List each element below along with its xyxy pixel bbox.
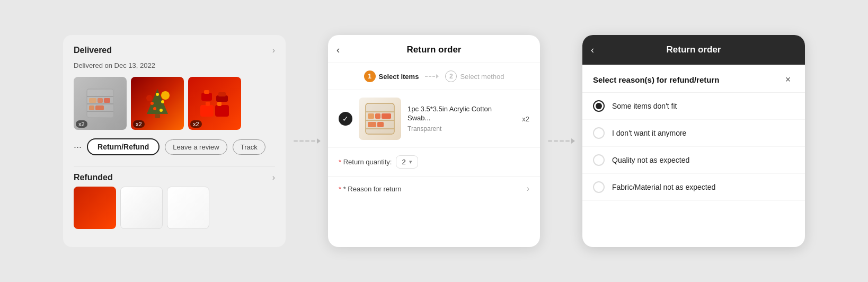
delivered-section-header: Delivered › xyxy=(74,46,275,55)
return-quantity-row: * Return quantity: 2 ▾ xyxy=(328,148,540,177)
reason-select-header: Select reason(s) for refund/return × xyxy=(582,65,805,93)
refunded-image-3 xyxy=(167,187,209,229)
radio-dot xyxy=(596,103,602,109)
svg-rect-5 xyxy=(98,98,103,103)
item-thumbnail xyxy=(359,98,401,140)
return-refund-button[interactable]: Return/Refund xyxy=(87,138,160,155)
svg-rect-25 xyxy=(206,102,210,106)
section-divider xyxy=(74,166,275,166)
svg-point-17 xyxy=(146,95,153,101)
asterisk-icon: * xyxy=(339,158,341,166)
product-1-qty-badge: x2 xyxy=(76,120,87,128)
svg-rect-22 xyxy=(200,105,214,117)
reason-for-return-row[interactable]: * * Reason for return › xyxy=(328,177,540,201)
step-connector-arrow xyxy=(436,74,439,78)
check-icon: ✓ xyxy=(342,114,349,123)
select-reason-panel: ‹ Return order Select reason(s) for refu… xyxy=(582,35,805,247)
product-3-qty-badge: x2 xyxy=(190,120,202,128)
reason-panel-back-button[interactable]: ‹ xyxy=(591,45,594,56)
arrow-1 xyxy=(286,138,328,144)
return-modal-back-button[interactable]: ‹ xyxy=(336,45,340,56)
step-2-circle: 2 xyxy=(445,70,457,82)
radio-unselected-icon-2 xyxy=(593,127,605,139)
radio-selected-icon xyxy=(593,100,605,112)
return-order-modal: ‹ Return order 1 Select items 2 Select m xyxy=(328,35,540,247)
reason-option-3[interactable]: Quality not as expected xyxy=(582,147,805,174)
product-image-1: x2 xyxy=(74,77,127,130)
item-quantity: x2 xyxy=(522,115,529,123)
product-image-2: x2 xyxy=(131,77,184,130)
svg-rect-8 xyxy=(95,105,104,110)
product-images-row: x2 xyxy=(74,77,275,130)
svg-rect-33 xyxy=(368,122,376,127)
reason-text: * Reason for return xyxy=(343,185,402,193)
order-list-panel: Delivered › Delivered on Dec 13, 2022 xyxy=(63,35,286,247)
item-thumb-svg xyxy=(361,100,398,137)
reason-panel-header: ‹ Return order xyxy=(582,35,805,65)
product-visual-2 xyxy=(139,85,176,122)
track-button[interactable]: Track xyxy=(233,139,265,155)
reason-text-1: Some items don't fit xyxy=(612,102,677,110)
item-info: 1pc 3.5*3.5in Acrylic Cotton Swab... Tra… xyxy=(408,105,516,133)
return-qty-text: Return quantity: xyxy=(343,158,392,166)
refunded-chevron-icon[interactable]: › xyxy=(272,173,275,182)
reason-text-3: Quality not as expected xyxy=(612,156,689,164)
step-connector xyxy=(425,74,439,78)
arrow-head-1 xyxy=(317,138,321,144)
svg-rect-6 xyxy=(104,98,110,103)
order-item-row: ✓ 1pc 3.5*3.5in Acrylic Cotton Swab... xyxy=(328,90,540,148)
svg-rect-31 xyxy=(375,113,380,119)
refunded-section: Refunded › xyxy=(74,173,275,229)
radio-unselected-icon-4 xyxy=(593,181,605,193)
reason-option-4[interactable]: Fabric/Material not as expected xyxy=(582,174,805,201)
product-visual-3 xyxy=(196,85,233,122)
reason-panel-title: Return order xyxy=(667,45,721,55)
step-1-label: Select items xyxy=(379,73,419,81)
step-1-circle: 1 xyxy=(364,70,376,82)
reason-text-2: I don't want it anymore xyxy=(612,129,686,137)
step-1: 1 Select items xyxy=(364,70,419,82)
delivered-date: Delivered on Dec 13, 2022 xyxy=(74,61,275,69)
item-name: 1pc 3.5*3.5in Acrylic Cotton Swab... xyxy=(408,105,516,123)
return-qty-label: * Return quantity: xyxy=(339,158,392,166)
svg-rect-7 xyxy=(89,105,94,110)
reason-option-1[interactable]: Some items don't fit xyxy=(582,93,805,120)
product-image-3: x2 xyxy=(188,77,241,130)
close-button[interactable]: × xyxy=(782,73,794,86)
action-buttons-row: ··· Return/Refund Leave a review Track xyxy=(74,138,275,155)
return-modal-header: ‹ Return order xyxy=(328,35,540,63)
svg-point-10 xyxy=(156,93,159,96)
quantity-selector[interactable]: 2 ▾ xyxy=(396,155,418,169)
item-check-circle: ✓ xyxy=(339,112,352,126)
svg-point-12 xyxy=(161,100,164,103)
reason-text-4: Fabric/Material not as expected xyxy=(612,183,715,191)
arrow-2 xyxy=(540,138,582,144)
leave-review-button[interactable]: Leave a review xyxy=(165,139,227,155)
reason-chevron-icon: › xyxy=(527,184,529,193)
svg-rect-24 xyxy=(217,102,222,106)
product-2-qty-badge: x2 xyxy=(133,120,145,128)
refunded-image-2 xyxy=(120,187,163,229)
svg-rect-30 xyxy=(368,113,374,119)
qty-dropdown-icon: ▾ xyxy=(409,158,412,165)
reason-option-2[interactable]: I don't want it anymore xyxy=(582,120,805,147)
steps-progress-bar: 1 Select items 2 Select method xyxy=(328,63,540,90)
return-modal-title: Return order xyxy=(407,45,462,55)
qty-value: 2 xyxy=(402,158,405,166)
svg-point-16 xyxy=(161,91,170,100)
radio-unselected-icon-3 xyxy=(593,154,605,166)
arrow-head-2 xyxy=(571,138,575,144)
refunded-image-1 xyxy=(74,187,116,229)
reason-label: * * Reason for return xyxy=(339,185,402,193)
dashed-arrow-1 xyxy=(294,138,321,144)
delivered-title: Delivered xyxy=(74,46,112,55)
svg-rect-34 xyxy=(377,122,384,127)
reason-asterisk: * xyxy=(339,185,341,193)
svg-point-11 xyxy=(150,102,154,105)
svg-rect-4 xyxy=(89,98,96,103)
delivered-chevron-icon[interactable]: › xyxy=(272,46,275,55)
refunded-title: Refunded xyxy=(74,173,113,182)
more-options-button[interactable]: ··· xyxy=(74,142,82,153)
svg-rect-0 xyxy=(87,89,113,118)
refunded-section-header: Refunded › xyxy=(74,173,275,182)
